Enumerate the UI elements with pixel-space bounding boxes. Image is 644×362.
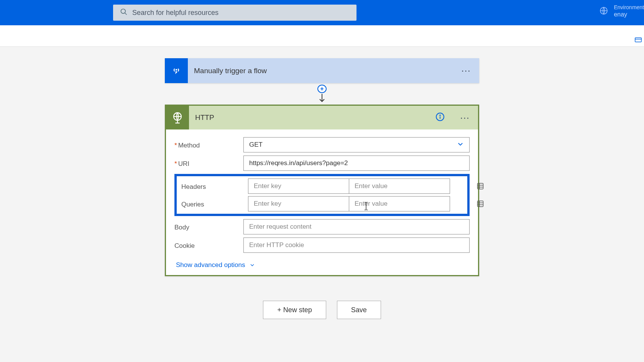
top-bar: Environment enay [0, 0, 644, 25]
info-icon[interactable] [435, 112, 445, 123]
method-row: *Method GET [174, 137, 470, 152]
svg-rect-13 [478, 183, 483, 189]
trigger-icon [165, 58, 188, 83]
svg-rect-3 [635, 38, 642, 42]
environment-indicator[interactable]: Environment enay [599, 4, 644, 19]
method-select[interactable]: GET [243, 137, 470, 152]
queries-switch-mode-icon[interactable] [476, 200, 485, 208]
cookie-label: Cookie [174, 241, 243, 250]
cookie-input[interactable] [243, 238, 470, 253]
uri-label: URI [178, 160, 189, 167]
http-menu-button[interactable]: ··· [452, 112, 478, 124]
queries-label: Queries [179, 199, 248, 208]
http-action-card: HTTP ··· *Method GET *URI [165, 105, 479, 276]
bottom-actions: + New step Save [263, 301, 381, 319]
new-step-button[interactable]: + New step [263, 301, 326, 319]
method-value: GET [249, 141, 263, 149]
svg-rect-17 [478, 201, 483, 207]
environment-value: enay [614, 11, 644, 19]
cookie-row: Cookie [174, 238, 470, 253]
arrow-down-icon [318, 94, 326, 105]
headers-value-input[interactable] [349, 179, 450, 194]
headers-row: Headers [177, 179, 467, 194]
headers-key-input[interactable] [248, 179, 349, 194]
body-row: Body [174, 219, 470, 234]
http-header[interactable]: HTTP ··· [166, 106, 478, 129]
environment-label: Environment [614, 4, 644, 11]
body-label: Body [174, 222, 243, 231]
feedback-icon[interactable] [634, 36, 642, 46]
trigger-menu-button[interactable]: ··· [453, 65, 479, 77]
chevron-down-icon [457, 141, 464, 149]
svg-point-11 [440, 115, 441, 116]
search-input[interactable] [132, 9, 356, 17]
queries-row: Queries [177, 196, 467, 211]
queries-key-input[interactable] [248, 196, 349, 211]
body-input[interactable] [243, 219, 470, 234]
trigger-title: Manually trigger a flow [188, 67, 453, 75]
text-cursor-icon [364, 201, 368, 212]
headers-label: Headers [179, 182, 248, 191]
http-body: *Method GET *URI Head [166, 129, 478, 275]
svg-point-5 [176, 69, 177, 70]
http-title: HTTP [189, 113, 435, 122]
add-step-button[interactable]: + [317, 85, 327, 93]
save-button[interactable]: Save [337, 301, 381, 319]
flow-canvas: Manually trigger a flow ··· + HTTP ··· *… [0, 47, 644, 334]
trigger-card[interactable]: Manually trigger a flow ··· [165, 58, 479, 83]
connector: + [317, 83, 327, 105]
environment-icon [599, 6, 608, 16]
show-advanced-label: Show advanced options [176, 261, 245, 269]
search-icon [120, 8, 128, 17]
highlighted-section: Headers Queries [174, 174, 470, 216]
search-box[interactable] [113, 5, 356, 21]
http-icon [166, 106, 189, 129]
svg-point-0 [121, 9, 126, 14]
method-label: Method [178, 142, 200, 149]
uri-row: *URI [174, 156, 470, 171]
show-advanced-link[interactable]: Show advanced options [176, 261, 255, 269]
toolbar [0, 25, 644, 47]
uri-input[interactable] [243, 156, 470, 171]
svg-line-1 [125, 13, 127, 15]
headers-switch-mode-icon[interactable] [476, 182, 485, 190]
